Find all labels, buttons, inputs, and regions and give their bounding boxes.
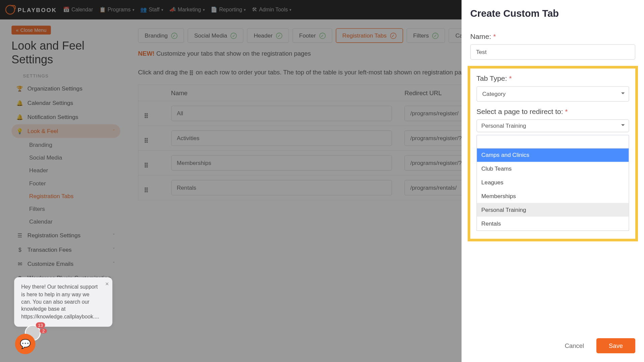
dropdown-list: Camps and ClinicsClub TeamsLeaguesMember… xyxy=(477,148,629,231)
cancel-button[interactable]: Cancel xyxy=(558,339,590,353)
dropdown-option[interactable]: Personal Training xyxy=(477,203,629,217)
dropdown-option[interactable]: Club Teams xyxy=(477,162,629,176)
dropdown-search-input[interactable] xyxy=(477,135,629,148)
notification-badge-2: 2 xyxy=(40,328,47,334)
panel-title: Create Custom Tab xyxy=(470,8,635,19)
dropdown-option[interactable]: Rentals xyxy=(477,217,629,230)
dropdown-option[interactable]: Leagues xyxy=(477,176,629,189)
select-page-select[interactable] xyxy=(477,119,629,132)
save-button[interactable]: Save xyxy=(596,338,635,353)
select-page-label: Select a page to redirect to: * xyxy=(477,108,629,116)
dropdown-option[interactable]: Camps and Clinics xyxy=(477,148,629,162)
tab-type-select[interactable] xyxy=(477,86,629,102)
name-label: Name: * xyxy=(470,33,635,41)
chat-icon: 💬 xyxy=(20,339,31,349)
support-text: Hey there! Our technical support is here… xyxy=(21,284,99,320)
support-popup: × Hey there! Our technical support is he… xyxy=(14,277,112,327)
chat-fab[interactable]: 💬 xyxy=(15,334,36,354)
name-input[interactable] xyxy=(470,44,635,60)
notification-badge: 13 xyxy=(36,322,45,328)
create-tab-panel: Create Custom Tab Name: * Tab Type: * Se… xyxy=(462,0,644,362)
close-icon[interactable]: × xyxy=(105,280,109,289)
dropdown-option[interactable]: Memberships xyxy=(477,189,629,203)
tab-type-label: Tab Type: * xyxy=(477,75,629,83)
highlighted-section: Tab Type: * Select a page to redirect to… xyxy=(468,66,638,242)
